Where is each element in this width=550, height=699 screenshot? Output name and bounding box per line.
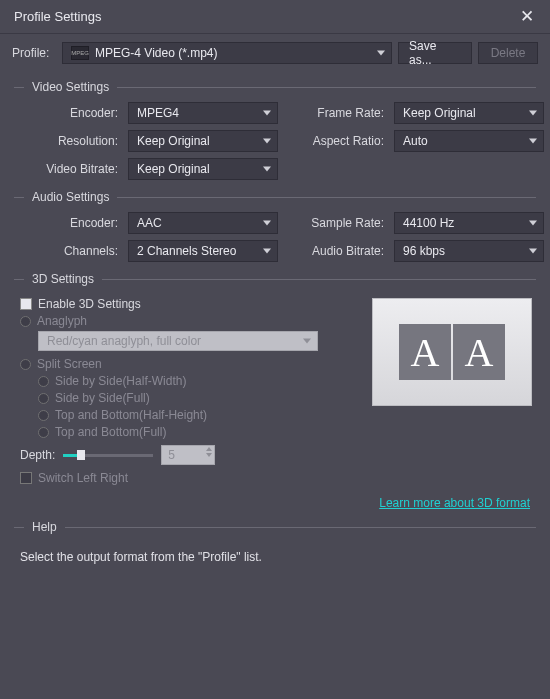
audio-encoder-label: Encoder:	[20, 216, 120, 230]
depth-slider[interactable]	[63, 448, 153, 462]
chevron-down-icon	[263, 167, 271, 172]
anaglyph-label: Anaglyph	[37, 314, 87, 328]
anaglyph-radio: Anaglyph	[20, 314, 362, 328]
switch-lr-checkbox: Switch Left Right	[20, 471, 362, 485]
depth-label: Depth:	[20, 448, 55, 462]
anaglyph-select: Red/cyan anaglyph, full color	[38, 331, 318, 351]
preview-a-right: A	[453, 324, 505, 380]
stepper-down-icon	[206, 453, 212, 457]
radio-icon	[38, 427, 49, 438]
channels-select[interactable]: 2 Channels Stereo	[128, 240, 278, 262]
threed-section: 3D Settings Enable 3D Settings Anaglyph …	[14, 272, 536, 510]
radio-icon	[38, 376, 49, 387]
switch-lr-label: Switch Left Right	[38, 471, 128, 485]
split-label: Split Screen	[37, 357, 102, 371]
samplerate-select[interactable]: 44100 Hz	[394, 212, 544, 234]
section-header: Video Settings	[14, 80, 536, 94]
framerate-label: Frame Rate:	[286, 106, 386, 120]
audio-bitrate-label: Audio Bitrate:	[286, 244, 386, 258]
enable-3d-label: Enable 3D Settings	[38, 297, 141, 311]
depth-row: Depth: 5	[20, 445, 362, 465]
checkbox-icon	[20, 472, 32, 484]
help-section: Help Select the output format from the "…	[14, 520, 536, 564]
chevron-down-icon	[529, 221, 537, 226]
radio-icon	[20, 359, 31, 370]
chevron-down-icon	[529, 139, 537, 144]
video-header-text: Video Settings	[32, 80, 109, 94]
audio-section: Audio Settings Encoder: AAC Sample Rate:…	[14, 190, 536, 262]
depth-input: 5	[161, 445, 215, 465]
split-screen-radio: Split Screen	[20, 357, 362, 371]
audio-encoder-select[interactable]: AAC	[128, 212, 278, 234]
radio-icon	[38, 410, 49, 421]
profile-value: MPEG-4 Video (*.mp4)	[95, 46, 218, 60]
chevron-down-icon	[263, 139, 271, 144]
samplerate-label: Sample Rate:	[286, 216, 386, 230]
help-header-text: Help	[32, 520, 57, 534]
threed-header-text: 3D Settings	[32, 272, 94, 286]
chevron-down-icon	[377, 51, 385, 56]
section-header: Audio Settings	[14, 190, 536, 204]
chevron-down-icon	[529, 111, 537, 116]
framerate-select[interactable]: Keep Original	[394, 102, 544, 124]
chevron-down-icon	[263, 221, 271, 226]
video-section: Video Settings Encoder: MPEG4 Frame Rate…	[14, 80, 536, 180]
tb-half-radio: Top and Bottom(Half-Height)	[38, 408, 362, 422]
sbs-half-radio: Side by Side(Half-Width)	[38, 374, 362, 388]
section-header: Help	[14, 520, 536, 534]
chevron-down-icon	[263, 249, 271, 254]
learn-more-link[interactable]: Learn more about 3D format	[379, 496, 530, 510]
chevron-down-icon	[263, 111, 271, 116]
chevron-down-icon	[303, 339, 311, 344]
delete-button: Delete	[478, 42, 538, 64]
video-bitrate-label: Video Bitrate:	[20, 162, 120, 176]
radio-icon	[38, 393, 49, 404]
sbs-full-radio: Side by Side(Full)	[38, 391, 362, 405]
section-header: 3D Settings	[14, 272, 536, 286]
tb-full-radio: Top and Bottom(Full)	[38, 425, 362, 439]
profile-label: Profile:	[12, 46, 56, 60]
mpeg-icon: MPEG	[71, 46, 89, 60]
window-title: Profile Settings	[14, 9, 101, 24]
resolution-label: Resolution:	[20, 134, 120, 148]
enable-3d-checkbox[interactable]: Enable 3D Settings	[20, 297, 362, 311]
help-text: Select the output format from the "Profi…	[14, 542, 536, 564]
audio-header-text: Audio Settings	[32, 190, 109, 204]
aspect-label: Aspect Ratio:	[286, 134, 386, 148]
profile-select[interactable]: MPEG MPEG-4 Video (*.mp4)	[62, 42, 392, 64]
video-encoder-label: Encoder:	[20, 106, 120, 120]
aspect-select[interactable]: Auto	[394, 130, 544, 152]
video-encoder-select[interactable]: MPEG4	[128, 102, 278, 124]
profile-bar: Profile: MPEG MPEG-4 Video (*.mp4) Save …	[0, 34, 550, 70]
radio-icon	[20, 316, 31, 327]
video-bitrate-select[interactable]: Keep Original	[128, 158, 278, 180]
stepper-up-icon	[206, 447, 212, 451]
close-icon[interactable]: ✕	[514, 2, 540, 31]
titlebar: Profile Settings ✕	[0, 0, 550, 34]
audio-bitrate-select[interactable]: 96 kbps	[394, 240, 544, 262]
chevron-down-icon	[529, 249, 537, 254]
channels-label: Channels:	[20, 244, 120, 258]
save-as-button[interactable]: Save as...	[398, 42, 472, 64]
threed-preview: A A	[372, 298, 532, 406]
resolution-select[interactable]: Keep Original	[128, 130, 278, 152]
checkbox-icon	[20, 298, 32, 310]
preview-a-left: A	[399, 324, 451, 380]
